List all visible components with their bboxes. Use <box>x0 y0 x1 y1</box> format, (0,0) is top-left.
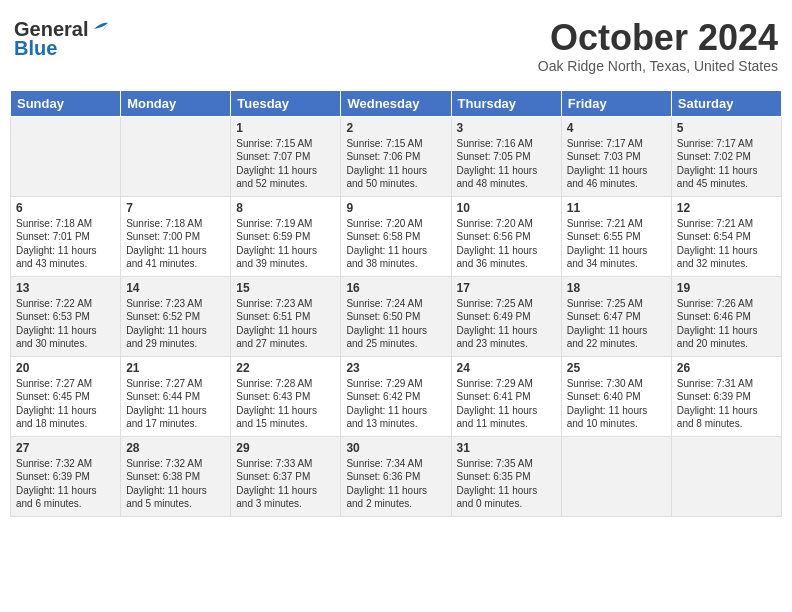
day-number: 17 <box>457 281 556 295</box>
day-number: 23 <box>346 361 445 375</box>
day-number: 10 <box>457 201 556 215</box>
calendar-cell: 10Sunrise: 7:20 AM Sunset: 6:56 PM Dayli… <box>451 196 561 276</box>
weekday-wednesday: Wednesday <box>341 90 451 116</box>
day-info: Sunrise: 7:16 AM Sunset: 7:05 PM Dayligh… <box>457 137 556 191</box>
day-number: 11 <box>567 201 666 215</box>
day-number: 31 <box>457 441 556 455</box>
day-number: 5 <box>677 121 776 135</box>
calendar-cell <box>121 116 231 196</box>
calendar-cell <box>11 116 121 196</box>
calendar-cell: 28Sunrise: 7:32 AM Sunset: 6:38 PM Dayli… <box>121 436 231 516</box>
calendar-table: SundayMondayTuesdayWednesdayThursdayFrid… <box>10 90 782 517</box>
calendar-week-1: 1Sunrise: 7:15 AM Sunset: 7:07 PM Daylig… <box>11 116 782 196</box>
calendar-week-2: 6Sunrise: 7:18 AM Sunset: 7:01 PM Daylig… <box>11 196 782 276</box>
day-info: Sunrise: 7:31 AM Sunset: 6:39 PM Dayligh… <box>677 377 776 431</box>
calendar-cell: 26Sunrise: 7:31 AM Sunset: 6:39 PM Dayli… <box>671 356 781 436</box>
logo-blue: Blue <box>14 37 57 60</box>
calendar-cell: 16Sunrise: 7:24 AM Sunset: 6:50 PM Dayli… <box>341 276 451 356</box>
calendar-cell: 22Sunrise: 7:28 AM Sunset: 6:43 PM Dayli… <box>231 356 341 436</box>
day-info: Sunrise: 7:30 AM Sunset: 6:40 PM Dayligh… <box>567 377 666 431</box>
day-number: 8 <box>236 201 335 215</box>
calendar-cell: 20Sunrise: 7:27 AM Sunset: 6:45 PM Dayli… <box>11 356 121 436</box>
calendar-cell <box>561 436 671 516</box>
day-number: 29 <box>236 441 335 455</box>
calendar-cell: 24Sunrise: 7:29 AM Sunset: 6:41 PM Dayli… <box>451 356 561 436</box>
calendar-cell: 13Sunrise: 7:22 AM Sunset: 6:53 PM Dayli… <box>11 276 121 356</box>
day-number: 26 <box>677 361 776 375</box>
day-info: Sunrise: 7:35 AM Sunset: 6:35 PM Dayligh… <box>457 457 556 511</box>
calendar-cell: 6Sunrise: 7:18 AM Sunset: 7:01 PM Daylig… <box>11 196 121 276</box>
calendar-cell: 19Sunrise: 7:26 AM Sunset: 6:46 PM Dayli… <box>671 276 781 356</box>
day-info: Sunrise: 7:34 AM Sunset: 6:36 PM Dayligh… <box>346 457 445 511</box>
calendar-cell: 27Sunrise: 7:32 AM Sunset: 6:39 PM Dayli… <box>11 436 121 516</box>
day-info: Sunrise: 7:32 AM Sunset: 6:38 PM Dayligh… <box>126 457 225 511</box>
day-info: Sunrise: 7:18 AM Sunset: 7:01 PM Dayligh… <box>16 217 115 271</box>
day-info: Sunrise: 7:18 AM Sunset: 7:00 PM Dayligh… <box>126 217 225 271</box>
day-info: Sunrise: 7:33 AM Sunset: 6:37 PM Dayligh… <box>236 457 335 511</box>
day-number: 6 <box>16 201 115 215</box>
calendar-cell: 5Sunrise: 7:17 AM Sunset: 7:02 PM Daylig… <box>671 116 781 196</box>
day-info: Sunrise: 7:28 AM Sunset: 6:43 PM Dayligh… <box>236 377 335 431</box>
calendar-cell: 21Sunrise: 7:27 AM Sunset: 6:44 PM Dayli… <box>121 356 231 436</box>
calendar-cell: 9Sunrise: 7:20 AM Sunset: 6:58 PM Daylig… <box>341 196 451 276</box>
logo-bird-icon <box>90 21 112 39</box>
calendar-cell: 30Sunrise: 7:34 AM Sunset: 6:36 PM Dayli… <box>341 436 451 516</box>
weekday-friday: Friday <box>561 90 671 116</box>
day-number: 21 <box>126 361 225 375</box>
day-info: Sunrise: 7:21 AM Sunset: 6:55 PM Dayligh… <box>567 217 666 271</box>
page-header: General Blue October 2024 Oak Ridge Nort… <box>10 10 782 82</box>
title-area: October 2024 Oak Ridge North, Texas, Uni… <box>538 18 778 74</box>
calendar-week-4: 20Sunrise: 7:27 AM Sunset: 6:45 PM Dayli… <box>11 356 782 436</box>
calendar-cell: 3Sunrise: 7:16 AM Sunset: 7:05 PM Daylig… <box>451 116 561 196</box>
calendar-cell: 7Sunrise: 7:18 AM Sunset: 7:00 PM Daylig… <box>121 196 231 276</box>
weekday-tuesday: Tuesday <box>231 90 341 116</box>
day-info: Sunrise: 7:15 AM Sunset: 7:07 PM Dayligh… <box>236 137 335 191</box>
day-number: 3 <box>457 121 556 135</box>
calendar-cell: 17Sunrise: 7:25 AM Sunset: 6:49 PM Dayli… <box>451 276 561 356</box>
day-info: Sunrise: 7:17 AM Sunset: 7:02 PM Dayligh… <box>677 137 776 191</box>
day-info: Sunrise: 7:25 AM Sunset: 6:47 PM Dayligh… <box>567 297 666 351</box>
day-number: 7 <box>126 201 225 215</box>
day-number: 18 <box>567 281 666 295</box>
weekday-monday: Monday <box>121 90 231 116</box>
calendar-cell: 29Sunrise: 7:33 AM Sunset: 6:37 PM Dayli… <box>231 436 341 516</box>
weekday-header-row: SundayMondayTuesdayWednesdayThursdayFrid… <box>11 90 782 116</box>
day-info: Sunrise: 7:24 AM Sunset: 6:50 PM Dayligh… <box>346 297 445 351</box>
day-info: Sunrise: 7:26 AM Sunset: 6:46 PM Dayligh… <box>677 297 776 351</box>
calendar-cell: 25Sunrise: 7:30 AM Sunset: 6:40 PM Dayli… <box>561 356 671 436</box>
calendar-cell: 18Sunrise: 7:25 AM Sunset: 6:47 PM Dayli… <box>561 276 671 356</box>
calendar-week-3: 13Sunrise: 7:22 AM Sunset: 6:53 PM Dayli… <box>11 276 782 356</box>
calendar-cell <box>671 436 781 516</box>
calendar-cell: 1Sunrise: 7:15 AM Sunset: 7:07 PM Daylig… <box>231 116 341 196</box>
day-info: Sunrise: 7:29 AM Sunset: 6:41 PM Dayligh… <box>457 377 556 431</box>
logo: General Blue <box>14 18 112 60</box>
day-number: 25 <box>567 361 666 375</box>
day-info: Sunrise: 7:27 AM Sunset: 6:44 PM Dayligh… <box>126 377 225 431</box>
calendar-cell: 11Sunrise: 7:21 AM Sunset: 6:55 PM Dayli… <box>561 196 671 276</box>
day-info: Sunrise: 7:20 AM Sunset: 6:56 PM Dayligh… <box>457 217 556 271</box>
weekday-sunday: Sunday <box>11 90 121 116</box>
day-info: Sunrise: 7:15 AM Sunset: 7:06 PM Dayligh… <box>346 137 445 191</box>
calendar-cell: 23Sunrise: 7:29 AM Sunset: 6:42 PM Dayli… <box>341 356 451 436</box>
day-number: 1 <box>236 121 335 135</box>
calendar-cell: 12Sunrise: 7:21 AM Sunset: 6:54 PM Dayli… <box>671 196 781 276</box>
day-number: 16 <box>346 281 445 295</box>
day-number: 14 <box>126 281 225 295</box>
day-number: 19 <box>677 281 776 295</box>
location: Oak Ridge North, Texas, United States <box>538 58 778 74</box>
weekday-saturday: Saturday <box>671 90 781 116</box>
day-number: 2 <box>346 121 445 135</box>
day-number: 13 <box>16 281 115 295</box>
calendar-cell: 14Sunrise: 7:23 AM Sunset: 6:52 PM Dayli… <box>121 276 231 356</box>
day-number: 27 <box>16 441 115 455</box>
day-number: 20 <box>16 361 115 375</box>
day-info: Sunrise: 7:20 AM Sunset: 6:58 PM Dayligh… <box>346 217 445 271</box>
day-info: Sunrise: 7:27 AM Sunset: 6:45 PM Dayligh… <box>16 377 115 431</box>
day-number: 15 <box>236 281 335 295</box>
day-number: 12 <box>677 201 776 215</box>
day-info: Sunrise: 7:21 AM Sunset: 6:54 PM Dayligh… <box>677 217 776 271</box>
day-info: Sunrise: 7:22 AM Sunset: 6:53 PM Dayligh… <box>16 297 115 351</box>
day-number: 24 <box>457 361 556 375</box>
calendar-cell: 31Sunrise: 7:35 AM Sunset: 6:35 PM Dayli… <box>451 436 561 516</box>
calendar-cell: 2Sunrise: 7:15 AM Sunset: 7:06 PM Daylig… <box>341 116 451 196</box>
